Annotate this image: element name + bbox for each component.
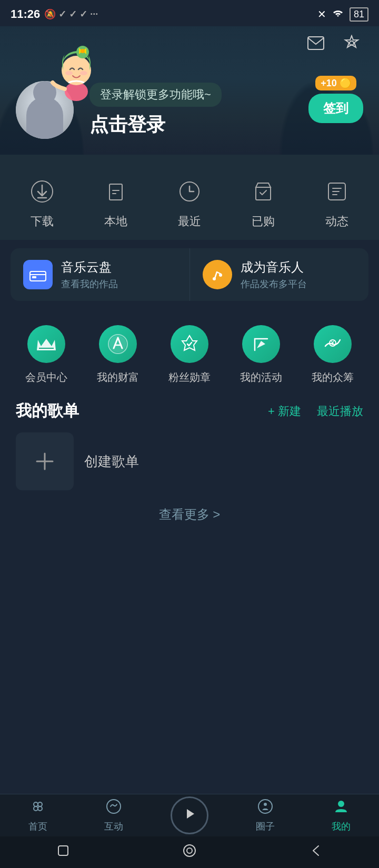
download-icon bbox=[26, 176, 58, 207]
quick-action-download[interactable]: 下载 bbox=[26, 176, 58, 229]
crowdfund-icon: ¥ bbox=[314, 325, 352, 363]
status-bar: 11:26 🔕 ✓ ✓ ✓ ··· ✕ 81 bbox=[0, 0, 379, 26]
nav-home[interactable]: 首页 bbox=[0, 799, 76, 833]
service-vip[interactable]: 会员中心 bbox=[17, 325, 75, 385]
vip-label: 会员中心 bbox=[25, 370, 67, 385]
become-musician-item[interactable]: 成为音乐人 作品发布多平台 bbox=[190, 248, 369, 301]
create-playlist-icon bbox=[16, 432, 74, 490]
cloud-disk-subtitle: 查看我的作品 bbox=[61, 278, 118, 290]
circle-icon bbox=[257, 799, 273, 818]
service-activity[interactable]: 我的活动 bbox=[232, 325, 290, 385]
svg-text:¥: ¥ bbox=[331, 340, 334, 346]
cloud-banner-inner: 音乐云盘 查看我的作品 成为音乐人 作品发布多平台 bbox=[11, 248, 368, 301]
wealth-label: 我的财富 bbox=[97, 370, 139, 385]
settings-icon[interactable] bbox=[340, 32, 363, 55]
quick-action-dynamic[interactable]: 动态 bbox=[321, 176, 353, 229]
status-icons: 🔕 ✓ ✓ ✓ ··· bbox=[44, 8, 98, 20]
home-icon bbox=[30, 799, 46, 818]
cloud-disk-item[interactable]: 音乐云盘 查看我的作品 bbox=[11, 248, 190, 301]
recent-icon bbox=[174, 176, 205, 207]
signin-wrap: +10 🟡 签到 bbox=[308, 76, 363, 123]
services-grid: 会员中心 我的财富 粉丝勋章 我的活动 bbox=[0, 309, 379, 390]
quick-actions-row: 下载 本地 最近 已购 bbox=[0, 155, 379, 240]
svg-point-10 bbox=[80, 71, 87, 75]
close-icon: ✕ bbox=[317, 8, 326, 21]
svg-point-27 bbox=[219, 274, 222, 277]
create-playlist-card[interactable]: 创建歌单 bbox=[16, 432, 363, 490]
cloud-disk-text: 音乐云盘 查看我的作品 bbox=[61, 259, 118, 290]
music-person-icon bbox=[203, 260, 232, 289]
svg-point-9 bbox=[65, 71, 73, 75]
svg-marker-30 bbox=[257, 341, 265, 348]
musician-subtitle: 作品发布多平台 bbox=[241, 278, 307, 290]
interact-icon bbox=[106, 799, 122, 818]
sys-home-btn[interactable] bbox=[183, 844, 196, 861]
mine-label: 我的 bbox=[332, 820, 351, 833]
quick-action-purchased[interactable]: 已购 bbox=[247, 176, 279, 229]
system-nav bbox=[0, 836, 379, 868]
wifi-icon bbox=[332, 8, 344, 21]
home-label: 首页 bbox=[28, 820, 47, 833]
badge-icon bbox=[171, 325, 208, 363]
svg-point-46 bbox=[187, 848, 192, 853]
quick-action-local[interactable]: 本地 bbox=[100, 176, 132, 229]
time-display: 11:26 bbox=[11, 7, 40, 21]
profile-section[interactable]: 登录解锁更多功能哦~ 点击登录 +10 🟡 签到 bbox=[16, 65, 363, 139]
nav-play[interactable] bbox=[152, 796, 227, 834]
svg-point-43 bbox=[338, 801, 344, 807]
mail-icon[interactable] bbox=[304, 32, 327, 55]
quick-action-recent[interactable]: 最近 bbox=[174, 176, 205, 229]
sys-square-btn[interactable] bbox=[56, 844, 70, 861]
header-section: 登录解锁更多功能哦~ 点击登录 +10 🟡 签到 bbox=[0, 26, 379, 155]
status-time: 11:26 🔕 ✓ ✓ ✓ ··· bbox=[11, 7, 98, 21]
interact-label: 互动 bbox=[104, 820, 123, 833]
badge-label: 粉丝勋章 bbox=[168, 370, 211, 385]
local-icon bbox=[100, 176, 132, 207]
svg-point-8 bbox=[81, 49, 85, 53]
create-playlist-label: 创建歌单 bbox=[84, 452, 139, 471]
activity-icon bbox=[242, 325, 280, 363]
play-button[interactable] bbox=[171, 796, 208, 834]
svg-rect-24 bbox=[32, 276, 36, 278]
svg-point-25 bbox=[209, 266, 226, 283]
playlist-section: 我的歌单 新建 最近播放 创建歌单 查看更多 > bbox=[0, 390, 379, 544]
recent-play-button[interactable]: 最近播放 bbox=[317, 403, 363, 419]
purchased-icon bbox=[247, 176, 279, 207]
musician-title: 成为音乐人 bbox=[241, 259, 307, 276]
vip-icon bbox=[27, 325, 65, 363]
svg-point-42 bbox=[264, 803, 267, 806]
wealth-icon bbox=[99, 325, 137, 363]
status-right-icons: ✕ 81 bbox=[317, 7, 368, 22]
svg-rect-13 bbox=[109, 184, 122, 200]
sys-back-btn[interactable] bbox=[309, 844, 323, 861]
svg-point-38 bbox=[38, 806, 42, 811]
content-spacer bbox=[0, 544, 379, 649]
nav-mine[interactable]: 我的 bbox=[303, 799, 379, 833]
svg-point-26 bbox=[213, 277, 216, 280]
bottom-nav: 首页 互动 bbox=[0, 794, 379, 868]
local-label: 本地 bbox=[104, 214, 127, 229]
svg-point-35 bbox=[34, 802, 38, 806]
mascot-character bbox=[45, 36, 108, 115]
signin-button[interactable]: 签到 bbox=[308, 94, 363, 123]
signin-badge: +10 🟡 bbox=[315, 76, 356, 90]
cloud-disk-title: 音乐云盘 bbox=[61, 259, 118, 276]
view-more-button[interactable]: 查看更多 > bbox=[16, 490, 363, 533]
svg-point-37 bbox=[34, 806, 38, 811]
nav-circle[interactable]: 圈子 bbox=[227, 799, 303, 833]
service-badge[interactable]: 粉丝勋章 bbox=[161, 325, 218, 385]
svg-point-45 bbox=[184, 845, 195, 856]
svg-rect-0 bbox=[308, 37, 324, 49]
playlist-title: 我的歌单 bbox=[16, 400, 79, 422]
battery-display: 81 bbox=[350, 7, 368, 22]
new-playlist-button[interactable]: 新建 bbox=[268, 403, 301, 419]
service-crowdfund[interactable]: ¥ 我的众筹 bbox=[304, 325, 362, 385]
circle-label: 圈子 bbox=[256, 820, 275, 833]
playlist-header: 我的歌单 新建 最近播放 bbox=[16, 400, 363, 422]
bottom-nav-items: 首页 互动 bbox=[0, 794, 379, 836]
nav-interact[interactable]: 互动 bbox=[76, 799, 152, 833]
service-wealth[interactable]: 我的财富 bbox=[89, 325, 147, 385]
recent-label: 最近 bbox=[178, 214, 201, 229]
svg-point-39 bbox=[107, 800, 121, 813]
mine-icon bbox=[333, 799, 349, 818]
